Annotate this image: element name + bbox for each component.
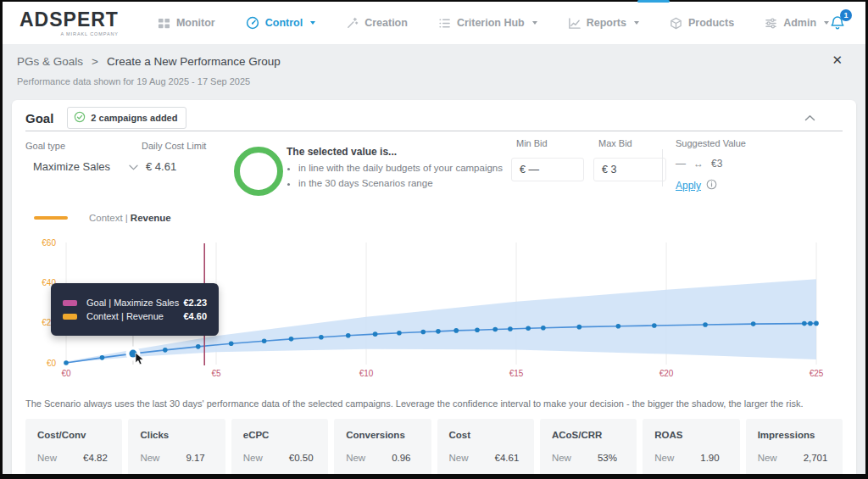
sliders-icon bbox=[765, 17, 777, 30]
daily-cost-limit-label: Daily Cost Limit bbox=[142, 141, 206, 151]
fields-separator bbox=[662, 149, 663, 187]
tooltip-row-context: Context | Revenue €4.60 bbox=[63, 311, 207, 321]
stat-period: New bbox=[140, 453, 186, 463]
nav-label: Monitor bbox=[176, 17, 215, 29]
goal-type-label: Goal type bbox=[25, 141, 138, 151]
stat-card-cost: Cost New€4.61 bbox=[437, 419, 534, 474]
close-icon[interactable]: ✕ bbox=[832, 53, 843, 66]
nav-label: Creation bbox=[364, 17, 408, 29]
max-bid-field: Max Bid € 3 bbox=[593, 138, 666, 181]
stat-value: €4.61 bbox=[495, 453, 520, 463]
stat-value: 1.90 bbox=[700, 453, 719, 463]
stat-period: New bbox=[243, 453, 289, 463]
max-bid-input[interactable]: € 3 bbox=[593, 158, 666, 181]
stat-title: eCPC bbox=[243, 430, 316, 440]
daily-cost-limit-value: € 4.61 bbox=[146, 160, 176, 173]
min-bid-label: Min Bid bbox=[511, 138, 584, 148]
stat-title: ROAS bbox=[654, 430, 727, 440]
nav-item-reports[interactable]: Reports bbox=[568, 17, 639, 30]
campaigns-added-label: 2 campaigns added bbox=[91, 113, 177, 123]
validation-bullet: in line with the daily budgets of your c… bbox=[298, 161, 503, 176]
check-circle-icon bbox=[74, 111, 86, 125]
goal-section-title: Goal bbox=[25, 111, 53, 125]
chart-tooltip: Goal | Maximize Sales €2.23 Context | Re… bbox=[51, 283, 219, 336]
stat-card-cost-conv: Cost/Conv New€4.82 bbox=[25, 419, 122, 474]
tooltip-value: €4.60 bbox=[183, 311, 207, 321]
suggested-value-range: — ↔ €3 bbox=[676, 158, 746, 170]
tooltip-row-goal: Goal | Maximize Sales €2.23 bbox=[63, 298, 207, 308]
stat-period: New bbox=[346, 453, 392, 463]
breadcrumb-section[interactable]: PGs & Goals bbox=[17, 55, 83, 68]
daily-cost-limit-input[interactable]: € 4.61 bbox=[142, 160, 206, 173]
chevron-down-icon bbox=[634, 21, 639, 25]
goal-type-field: Goal type Maximize Sales bbox=[25, 141, 138, 173]
stat-period: New bbox=[758, 453, 804, 463]
apply-link[interactable]: Apply bbox=[676, 180, 701, 192]
validation-bullet: in the 30 days Scenarios range bbox=[298, 176, 503, 192]
nav-item-admin[interactable]: Admin bbox=[765, 17, 829, 30]
nav-item-products[interactable]: Products bbox=[670, 17, 734, 30]
logo-wordmark: ADSPERT bbox=[19, 10, 119, 30]
tooltip-label: Context | Revenue bbox=[86, 311, 164, 321]
nav-item-control[interactable]: Control bbox=[246, 16, 315, 30]
range-to: €3 bbox=[711, 158, 722, 170]
min-bid-field: Min Bid € — bbox=[511, 138, 584, 181]
tooltip-label: Goal | Maximize Sales bbox=[86, 298, 179, 308]
gauge-icon bbox=[246, 16, 259, 30]
stat-card-clicks: Clicks New9.17 bbox=[128, 419, 225, 474]
scenario-footnote: The Scenario always uses the last 30 day… bbox=[25, 398, 843, 409]
breadcrumb: PGs & Goals > Create a New Performance G… bbox=[17, 55, 281, 68]
page-subheader: PGs & Goals > Create a New Performance G… bbox=[3, 44, 865, 100]
stat-period: New bbox=[37, 453, 83, 463]
goal-type-selected-value: Maximize Sales bbox=[33, 160, 110, 173]
topbar-actions: 1 A ? AN bbox=[829, 11, 865, 35]
nav-item-creation[interactable]: Creation bbox=[346, 17, 408, 30]
left-right-arrow-icon: ↔ bbox=[693, 158, 704, 170]
notifications-bell-icon[interactable]: 1 bbox=[829, 14, 846, 31]
stat-title: Clicks bbox=[140, 430, 213, 440]
stat-card-roas: ROAS New1.90 bbox=[643, 419, 739, 474]
stat-title: Conversions bbox=[346, 430, 419, 440]
goal-series-swatch bbox=[63, 300, 77, 306]
app-window: ADSPERT A MIRAKL COMPANY Monitor Control… bbox=[0, 0, 868, 479]
stat-period: New bbox=[552, 453, 598, 463]
magic-wand-icon bbox=[346, 17, 359, 30]
min-bid-input[interactable]: € — bbox=[511, 158, 584, 181]
nav-label: Products bbox=[688, 17, 734, 29]
collapse-chevron-up-icon[interactable] bbox=[804, 109, 815, 125]
chevron-down-icon bbox=[310, 21, 315, 25]
video-progress-marker bbox=[637, 0, 670, 3]
goal-panel: Goal 2 campaigns added Goal type Maximiz… bbox=[12, 100, 856, 474]
selected-value-validation: The selected value is... in line with th… bbox=[287, 146, 503, 192]
campaigns-added-badge: 2 campaigns added bbox=[67, 107, 186, 129]
adspert-logo[interactable]: ADSPERT A MIRAKL COMPANY bbox=[19, 10, 119, 36]
top-navigation-bar: ADSPERT A MIRAKL COMPANY Monitor Control… bbox=[3, 2, 865, 44]
goal-panel-header: Goal 2 campaigns added bbox=[25, 107, 186, 129]
info-icon[interactable] bbox=[706, 178, 717, 193]
breadcrumb-separator: > bbox=[92, 55, 98, 68]
forecast-stats-row: Cost/Conv New€4.82 Clicks New9.17 eCPC N… bbox=[25, 419, 843, 474]
stat-title: ACoS/CRR bbox=[552, 430, 625, 440]
svg-text:€5: €5 bbox=[211, 369, 221, 378]
nav-item-monitor[interactable]: Monitor bbox=[158, 17, 215, 30]
legend-metric-part: Revenue bbox=[131, 213, 171, 223]
header-divider bbox=[25, 131, 843, 131]
nav-label: Reports bbox=[587, 17, 626, 29]
stat-period: New bbox=[449, 453, 495, 463]
stat-title: Cost/Conv bbox=[37, 430, 110, 440]
stat-value: 0.96 bbox=[392, 453, 410, 463]
daily-cost-limit-field: Daily Cost Limit € 4.61 bbox=[142, 141, 206, 173]
stat-card-ecpc: eCPC New€0.50 bbox=[231, 419, 328, 474]
suggested-value-label: Suggested Value bbox=[676, 138, 746, 148]
chevron-down-icon bbox=[532, 21, 537, 25]
legend-context-part: Context | bbox=[89, 213, 128, 223]
goal-type-select[interactable]: Maximize Sales bbox=[25, 160, 138, 173]
context-series-swatch bbox=[63, 314, 77, 320]
cube-icon bbox=[670, 17, 682, 30]
range-from: — bbox=[676, 158, 686, 170]
nav-item-criterion-hub[interactable]: Criterion Hub bbox=[438, 17, 537, 30]
svg-text:€25: €25 bbox=[810, 369, 824, 378]
nav-label: Admin bbox=[783, 17, 816, 29]
validation-ring-indicator bbox=[234, 147, 283, 196]
stat-value: 53% bbox=[598, 453, 617, 463]
